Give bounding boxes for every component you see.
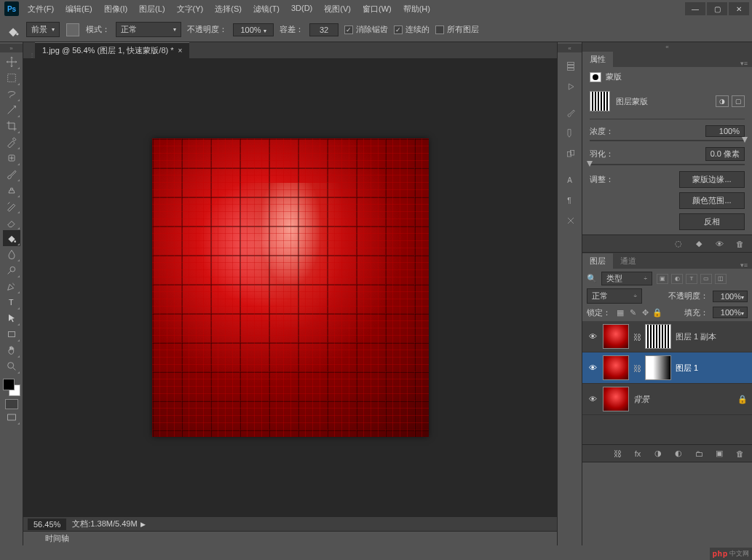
layer-name[interactable]: 图层 1 (676, 363, 698, 374)
toolbox-collapse[interactable]: » (0, 44, 23, 52)
filter-pixel-icon[interactable]: ▣ (657, 274, 668, 284)
menu-filter[interactable]: 滤镜(T) (249, 1, 284, 17)
clone-source-panel-icon[interactable] (561, 143, 581, 164)
lock-pixels-icon[interactable]: ✎ (628, 307, 638, 318)
paragraph-panel-icon[interactable]: ¶ (561, 190, 581, 210)
layer-thumbnail[interactable] (603, 324, 629, 349)
filter-type-dropdown[interactable]: 类型÷ (601, 272, 652, 285)
character-panel-icon[interactable]: A (561, 170, 581, 190)
menu-file[interactable]: 文件(F) (23, 1, 58, 17)
layer-thumbnail[interactable] (603, 355, 629, 380)
quick-mask-toggle[interactable] (5, 399, 18, 409)
tolerance-input[interactable]: 32 (309, 23, 339, 36)
mask-link-icon[interactable]: ⛓ (633, 364, 641, 371)
menu-image[interactable]: 图像(I) (100, 1, 132, 17)
vector-mask-button[interactable]: ▢ (732, 95, 745, 107)
antialias-checkbox[interactable]: ✓ 消除锯齿 (344, 24, 388, 35)
filter-adjustment-icon[interactable]: ◐ (671, 274, 683, 284)
crop-tool[interactable] (3, 118, 20, 134)
clone-stamp-tool[interactable] (3, 182, 20, 198)
magic-wand-tool[interactable] (3, 102, 20, 118)
lock-position-icon[interactable]: ✥ (640, 307, 650, 318)
layer-mask-thumbnail[interactable] (645, 355, 671, 380)
visibility-toggle-icon[interactable]: 👁 (587, 362, 598, 374)
layer-style-icon[interactable]: fx (631, 449, 644, 459)
add-mask-icon[interactable]: ◑ (652, 449, 665, 459)
chevron-right-icon[interactable]: ▶ (140, 521, 146, 528)
rectangle-tool[interactable] (3, 326, 20, 342)
minimize-button[interactable]: — (685, 2, 705, 15)
maximize-button[interactable]: ▢ (707, 2, 727, 15)
layer-fill-input[interactable]: 100%▾ (713, 307, 748, 318)
color-range-button[interactable]: 颜色范围... (679, 192, 745, 209)
move-tool[interactable] (3, 54, 20, 70)
layer-mask-thumbnail[interactable] (645, 324, 671, 349)
layer-row[interactable]: 👁 背景 🔒 (582, 384, 752, 415)
paint-bucket-tool-icon[interactable] (6, 23, 20, 37)
delete-layer-icon[interactable]: 🗑 (733, 449, 746, 459)
layer-name[interactable]: 背景 (633, 394, 649, 405)
marquee-tool[interactable] (3, 70, 20, 86)
menu-view[interactable]: 视图(V) (320, 1, 355, 17)
opacity-input[interactable]: 100% ▾ (233, 23, 274, 36)
layers-tab[interactable]: 图层 (582, 253, 613, 269)
all-layers-checkbox[interactable]: 所有图层 (435, 24, 479, 35)
color-swatch[interactable] (3, 379, 20, 396)
menu-type[interactable]: 文字(Y) (173, 1, 208, 17)
layer-name[interactable]: 图层 1 副本 (676, 331, 716, 342)
dodge-tool[interactable] (3, 262, 20, 278)
visibility-toggle-icon[interactable]: 👁 (587, 393, 598, 405)
layer-mask-thumbnail[interactable] (590, 91, 610, 111)
fill-source-dropdown[interactable]: 前景 ▾ (26, 22, 60, 37)
filter-search-icon[interactable]: 🔍 (587, 274, 597, 284)
new-group-icon[interactable]: 🗀 (692, 449, 705, 459)
menu-window[interactable]: 窗口(W) (358, 1, 396, 17)
canvas-viewport[interactable] (23, 58, 557, 516)
feather-slider[interactable] (590, 164, 745, 165)
layer-row[interactable]: 👁 ⛓ 图层 1 副本 (582, 321, 752, 352)
blend-mode-dropdown[interactable]: 正常÷ (587, 288, 642, 304)
eraser-tool[interactable] (3, 214, 20, 230)
lasso-tool[interactable] (3, 86, 20, 102)
screen-mode-button[interactable] (3, 409, 20, 425)
new-adjustment-icon[interactable]: ◐ (672, 449, 685, 459)
eyedropper-tool[interactable] (3, 134, 20, 150)
tool-presets-panel-icon[interactable] (561, 210, 581, 231)
zoom-level-input[interactable]: 56.45% (28, 518, 66, 530)
brush-tool[interactable] (3, 166, 20, 182)
blur-tool[interactable] (3, 246, 20, 262)
visibility-toggle-icon[interactable]: 👁 (587, 331, 598, 342)
filter-type-icon[interactable]: T (686, 274, 697, 284)
close-tab-icon[interactable]: × (178, 47, 183, 55)
invert-button[interactable]: 反相 (679, 213, 745, 230)
actions-panel-icon[interactable] (561, 76, 581, 97)
document-tab[interactable]: 1.jpg @ 56.4% (图层 1, 快速蒙版/8) * × (35, 42, 189, 58)
paint-bucket-tool[interactable] (3, 230, 20, 246)
blend-mode-dropdown[interactable]: 正常 ▾ (116, 22, 181, 37)
foreground-color[interactable] (3, 379, 15, 390)
menu-edit[interactable]: 编辑(E) (61, 1, 97, 17)
layer-opacity-input[interactable]: 100%▾ (713, 291, 748, 302)
hand-tool[interactable] (3, 342, 20, 358)
channels-tab[interactable]: 通道 (613, 253, 644, 269)
layer-row[interactable]: 👁 ⛓ 图层 1 (582, 352, 752, 384)
history-brush-tool[interactable] (3, 198, 20, 214)
apply-mask-icon[interactable]: ◆ (692, 239, 705, 249)
pen-tool[interactable] (3, 278, 20, 294)
new-layer-icon[interactable]: ▣ (713, 449, 726, 459)
history-panel-icon[interactable] (561, 56, 581, 76)
pattern-picker[interactable] (66, 23, 80, 37)
brush-presets-panel-icon[interactable] (561, 123, 581, 143)
mask-link-icon[interactable]: ⛓ (633, 333, 641, 340)
brush-panel-icon[interactable] (561, 103, 581, 123)
menu-layer[interactable]: 图层(L) (135, 1, 169, 17)
panel-menu-icon[interactable]: ▾≡ (736, 261, 752, 269)
link-layers-icon[interactable]: ⛓ (611, 449, 624, 459)
mask-edge-button[interactable]: 蒙版边缘... (679, 171, 745, 188)
feather-input[interactable]: 0.0 像素 (705, 147, 745, 161)
load-selection-icon[interactable]: ◌ (672, 239, 685, 249)
healing-brush-tool[interactable] (3, 150, 20, 166)
menu-help[interactable]: 帮助(H) (399, 1, 435, 17)
menu-select[interactable]: 选择(S) (210, 1, 246, 17)
layer-thumbnail[interactable] (603, 387, 629, 411)
